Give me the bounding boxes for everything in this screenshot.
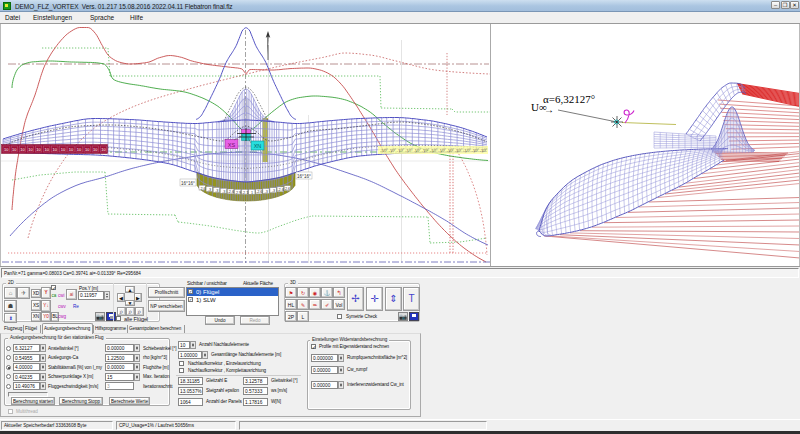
svg-text:10: 10 [36, 147, 41, 152]
svg-text:-2.6: -2.6 [199, 187, 206, 191]
svg-text:10: 10 [28, 147, 33, 152]
svg-text:16°16°: 16°16° [297, 174, 311, 179]
svg-text:10: 10 [77, 147, 82, 152]
svg-text:10: 10 [20, 147, 25, 152]
svg-text:10: 10 [53, 147, 58, 152]
svg-text:-2.9: -2.9 [235, 191, 242, 195]
svg-text:10: 10 [101, 147, 106, 152]
svg-text:XN: XN [254, 143, 262, 149]
svg-text:XS: XS [228, 142, 236, 148]
svg-text:10: 10 [4, 147, 9, 152]
svg-text:16°16°: 16°16° [181, 181, 195, 186]
svg-text:→: → [544, 104, 554, 115]
svg-text:10: 10 [93, 147, 98, 152]
svg-text:-3: -3 [272, 189, 275, 193]
svg-text:10: 10 [61, 147, 66, 152]
svg-text:-3: -3 [215, 189, 218, 193]
svg-text:-2.6: -2.6 [277, 188, 284, 192]
svg-text:1: 1 [251, 191, 253, 195]
svg-text:-3: -3 [208, 188, 211, 192]
svg-text:10: 10 [44, 147, 49, 152]
svg-text:10: 10 [12, 147, 17, 152]
svg-text:10: 10 [69, 147, 74, 152]
svg-text:-2.6: -2.6 [228, 190, 235, 194]
svg-text:-3: -3 [265, 190, 268, 194]
svg-text:10: 10 [85, 147, 90, 152]
svg-text:-2.6: -2.6 [256, 190, 263, 194]
svg-text:-2.1: -2.1 [242, 191, 249, 195]
svg-text:-3: -3 [222, 190, 225, 194]
svg-text:2.6: 2.6 [285, 187, 290, 191]
